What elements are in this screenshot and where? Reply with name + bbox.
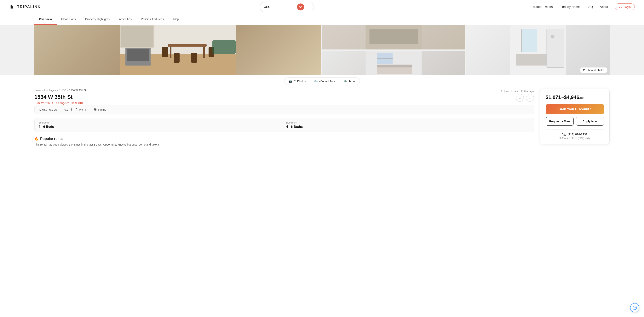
search-bar [260, 2, 314, 12]
photo-main[interactable] [34, 25, 321, 75]
refresh-icon: ↻ [501, 90, 503, 93]
phone-number[interactable]: (213) 810-2733 [568, 132, 588, 136]
bathroom-col: Bathroom 4 - 6 Baths [282, 121, 530, 129]
distance-divider-2: | [90, 108, 90, 111]
tab-map[interactable]: Map [168, 14, 184, 25]
breadcrumb-row: Home / Los Angeles / USC / 1534 W 35th S… [34, 89, 534, 94]
svg-rect-29 [547, 29, 564, 68]
price-min: $1,071 [546, 94, 561, 100]
virtual-tour-icon: 🥽 [314, 80, 318, 83]
breadcrumb-sep-3: / [67, 89, 68, 92]
price-max: $4,946 [564, 94, 580, 100]
kitchen-photo [34, 25, 321, 75]
logo-icon [9, 4, 16, 10]
aerial-pill[interactable]: 🛸 Aerial [340, 78, 360, 85]
breadcrumb-home[interactable]: Home [34, 89, 41, 92]
photos-count-pill[interactable]: 📷 78 Photos [284, 78, 310, 85]
main-content: Home / Los Angeles / USC / 1534 W 35th S… [0, 89, 644, 147]
svg-point-34 [96, 110, 96, 111]
person-icon [619, 6, 622, 8]
heart-icon: ♡ [518, 96, 521, 100]
show-all-photos-button[interactable]: ⊞ Show all photos [580, 67, 607, 73]
breadcrumb-address: 1534 W 35th St [69, 89, 86, 92]
nav-find-my-home[interactable]: Find My Home [560, 5, 580, 9]
per-month: /mo [579, 96, 584, 100]
business-hours: 9:30am-6:30pm (PST) daily [546, 137, 604, 140]
svg-rect-19 [370, 29, 418, 44]
svg-rect-10 [168, 44, 206, 46]
car-icon [93, 108, 97, 111]
search-dropdown-button[interactable] [297, 4, 304, 10]
breadcrumb-city[interactable]: Los Angeles [44, 89, 58, 92]
svg-rect-11 [170, 46, 172, 58]
title-row: 1534 W 35th St 1534 W 35th St, Los Angel… [34, 94, 534, 105]
last-updated: ↻ Last Updated: 21 Hrs. Ago [501, 90, 534, 93]
search-input[interactable] [264, 5, 295, 9]
svg-rect-9 [127, 49, 149, 61]
photo-side-column [322, 25, 465, 75]
svg-rect-28 [516, 54, 547, 66]
grab-discount-button[interactable]: Grab Your Discount ! [546, 104, 604, 114]
apply-now-button[interactable]: Apply Now [576, 117, 604, 126]
right-column: $1,071~$4,946/mo Grab Your Discount ! Re… [540, 89, 610, 147]
tab-floor-plans[interactable]: Floor Plans [57, 14, 80, 25]
svg-rect-12 [203, 46, 205, 58]
photo-bathroom-column: ⊞ Show all photos [466, 25, 610, 75]
tab-property-highlights[interactable]: Property Highlights [80, 14, 114, 25]
svg-rect-14 [174, 53, 180, 63]
property-address[interactable]: 1534 W 35th St, Los Angeles, CA 90018 [34, 102, 83, 104]
bathroom-label: Bathroom [286, 121, 530, 124]
svg-rect-1 [11, 5, 12, 8]
svg-rect-0 [10, 6, 10, 8]
price-range: $1,071~$4,946/mo [546, 94, 604, 100]
logo-text: TRIPALINK [17, 5, 41, 9]
phone-icon [562, 132, 566, 136]
drive-info: 5 mins [93, 108, 106, 111]
price-tilde: ~ [561, 94, 564, 100]
nav-market-trends[interactable]: Market Trends [533, 5, 552, 9]
aerial-icon: 🛸 [344, 80, 347, 83]
fire-icon: 🔥 [34, 137, 39, 141]
virtual-tour-pill[interactable]: 🥽 4 Virtual Tour [310, 78, 340, 85]
svg-rect-15 [191, 53, 197, 63]
svg-rect-25 [377, 64, 412, 68]
nav-faq[interactable]: FAQ [586, 5, 593, 9]
bedroom-col: Bedroom 4 - 6 Beds [38, 121, 282, 129]
distance-label: To USC W.Gate [38, 108, 58, 111]
svg-rect-7 [120, 26, 154, 47]
chevron-down-icon [299, 6, 302, 8]
popular-header: 🔥 Popular rental [34, 137, 534, 141]
photo-bathroom[interactable]: ⊞ Show all photos [466, 25, 610, 75]
beds-baths-card: Bedroom 4 - 6 Beds Bathroom 4 - 6 Baths [34, 118, 534, 132]
favorite-button[interactable]: ♡ [516, 94, 524, 102]
nav-about[interactable]: About [600, 5, 608, 9]
tab-overview[interactable]: Overview [34, 14, 57, 25]
popular-title: Popular rental [40, 137, 64, 141]
grid-icon: ⊞ [583, 69, 585, 72]
nav-links: Market Trends Find My Home FAQ About Log… [533, 4, 635, 10]
distance-miles: 0.9 mi [64, 108, 72, 111]
share-button[interactable]: ⤴ [526, 94, 534, 102]
breadcrumb: Home / Los Angeles / USC / 1534 W 35th S… [34, 89, 86, 92]
share-icon: ⤴ [529, 96, 531, 100]
logo[interactable]: TRIPALINK [9, 4, 41, 10]
tab-amenities[interactable]: Amenities [114, 14, 136, 25]
divider [546, 130, 604, 130]
photo-top-right[interactable] [322, 25, 465, 50]
popular-text: This rental has been viewed 134 times in… [34, 142, 534, 147]
bedroom-photo [322, 51, 465, 75]
tab-policies[interactable]: Policies And Fees [136, 14, 168, 25]
svg-rect-17 [212, 40, 236, 54]
bedroom-label: Bedroom [38, 121, 282, 124]
svg-rect-27 [522, 29, 537, 52]
breadcrumb-area[interactable]: USC [61, 89, 66, 92]
svg-rect-13 [162, 47, 168, 57]
request-tour-button[interactable]: Request a Tour [546, 117, 574, 126]
top-right-photo [322, 25, 465, 50]
login-button[interactable]: Login [615, 4, 635, 10]
navbar: TRIPALINK Market Trends Find My Home FAQ… [0, 0, 644, 14]
walk-icon [75, 108, 78, 111]
photo-actions-bar: 📷 78 Photos 🥽 4 Virtual Tour 🛸 Aerial [0, 75, 644, 85]
photo-bedroom[interactable] [322, 51, 465, 75]
camera-icon: 📷 [288, 80, 292, 83]
